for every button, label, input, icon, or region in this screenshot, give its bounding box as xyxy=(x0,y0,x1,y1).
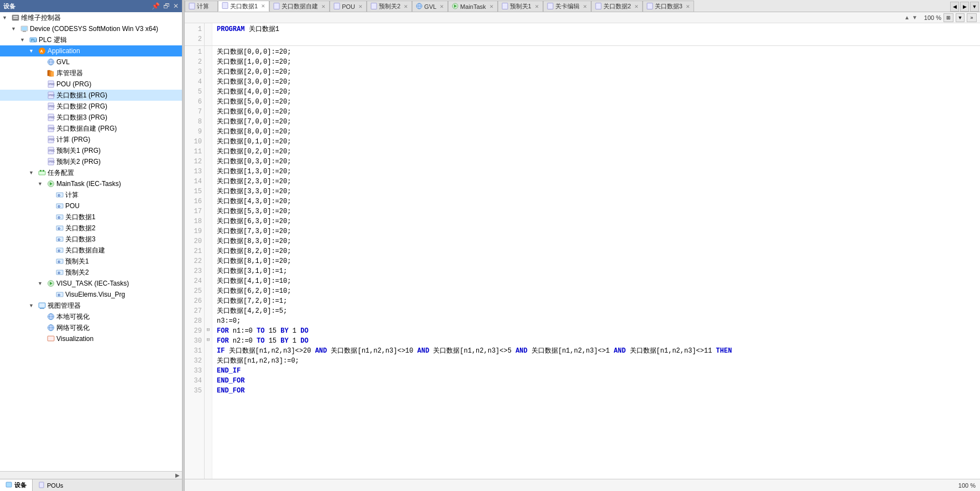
fold-btn-29[interactable]: ⊟ xyxy=(205,325,212,335)
sidebar-item-application[interactable]: ▼ A Application xyxy=(0,45,182,56)
code-scroll-area[interactable]: 1 2 3 4 5 6 7 8 9 10 11 12 13 xyxy=(185,46,980,479)
code-line-22: 关口数据[8,1,0]:=20; xyxy=(217,256,976,266)
sidebar-item-calc[interactable]: PRG 计算 (PRG) xyxy=(0,134,182,145)
sidebar-item-calc-task[interactable]: ⚙ 计算 xyxy=(0,189,182,200)
sidebar-item-pre2[interactable]: PRG 预制关2 (PRG) xyxy=(0,156,182,167)
sidebar-item-pre1-task[interactable]: ⚙ 预制关1 xyxy=(0,256,182,267)
tab-bar: 计算 关口数据1 ✕ 关口数据自建 ✕ xyxy=(185,0,980,12)
svg-text:⚙: ⚙ xyxy=(58,216,60,219)
code-line-4: 关口数据[3,0,0]:=20; xyxy=(217,77,976,87)
sidebar-item-plc[interactable]: ▼ PLC PLC 逻辑 xyxy=(0,34,182,45)
close-icon[interactable]: ✕ xyxy=(173,2,179,10)
zoom-dropdown-btn[interactable]: ▼ xyxy=(956,13,965,22)
tab-gkdata2[interactable]: 关口数据2 ✕ xyxy=(591,1,643,12)
sidebar-item-visualization[interactable]: Visualization xyxy=(0,333,182,344)
sidebar-item-label: 预制关1 xyxy=(65,257,89,266)
sidebar-item-pou-prg[interactable]: PRG POU (PRG) xyxy=(0,79,182,90)
code-content[interactable]: 关口数据[0,0,0]:=20; 关口数据[1,0,0]:=20; 关口数据[2… xyxy=(212,46,980,479)
tab-close-btn[interactable]: ✕ xyxy=(358,4,363,9)
sidebar-item-pre2-task[interactable]: ⚙ 预制关2 xyxy=(0,267,182,278)
tab-scroll-left[interactable]: ◀ xyxy=(950,2,959,12)
sidebar-item-visu-manager[interactable]: ▼ 视图管理器 xyxy=(0,300,182,311)
lib-icon xyxy=(46,69,55,77)
expand-icon: ▼ xyxy=(2,15,11,20)
sidebar-item-visu-task[interactable]: ▼ VISU_TASK (IEC-Tasks) xyxy=(0,278,182,289)
svg-rect-71 xyxy=(222,3,228,9)
tab-close-btn[interactable]: ✕ xyxy=(404,4,408,9)
scroll-down-btn[interactable]: ▼ xyxy=(912,14,918,20)
sidebar-item-gkdatazj[interactable]: PRG 关口数据自建 (PRG) xyxy=(0,123,182,134)
tab-close-btn[interactable]: ✕ xyxy=(583,4,587,9)
sidebar-item-gkdata1[interactable]: PRG 关口数据1 (PRG) xyxy=(0,90,182,101)
sidebar-item-label: 维维子控制器 xyxy=(21,13,61,23)
fold-btn-30[interactable]: ⊟ xyxy=(205,335,212,345)
sidebar-item-device[interactable]: ▼ Device (CODESYS SoftMotion Win V3 x64) xyxy=(0,23,182,34)
sidebar-item-label: 任务配置 xyxy=(48,168,74,178)
tab-gvl[interactable]: GVL ✕ xyxy=(412,1,448,12)
tab-gkdata3[interactable]: 关口数据3 ✕ xyxy=(643,1,694,12)
sidebar-item-label: Application xyxy=(48,47,80,55)
sidebar-item-pou-task[interactable]: ⚙ POU xyxy=(0,200,182,211)
tab-card-edit[interactable]: 关卡编辑 ✕ xyxy=(543,1,591,12)
prg-icon: PRG xyxy=(46,146,55,155)
sidebar-item-gvl[interactable]: GVL xyxy=(0,56,182,68)
task-prg-icon: ⚙ xyxy=(55,190,64,199)
tab-gkdatazj[interactable]: 关口数据自建 ✕ xyxy=(269,1,330,12)
zoom-fit-btn[interactable]: ⊞ xyxy=(943,13,953,22)
tab-maintask[interactable]: MainTask ✕ xyxy=(448,1,497,12)
sidebar-item-gkdata3-task[interactable]: ⚙ 关口数据3 xyxy=(0,234,182,245)
tab-close-btn[interactable]: ✕ xyxy=(686,4,690,9)
expand-icon: ▼ xyxy=(29,170,38,175)
scroll-up-btn[interactable]: ▲ xyxy=(904,14,910,20)
tab-close-btn[interactable]: ✕ xyxy=(535,4,539,9)
sidebar-item-gkdatazj-task[interactable]: ⚙ 关口数据自建 xyxy=(0,245,182,256)
sidebar-tab-devices[interactable]: 设备 xyxy=(0,479,33,491)
sidebar-item-lib[interactable]: 库管理器 xyxy=(0,68,182,79)
tab-pou[interactable]: POU ✕ xyxy=(330,1,367,12)
svg-rect-1 xyxy=(13,16,18,17)
code-line-29: FOR n1:=0 TO 15 BY 1 DO xyxy=(217,326,976,336)
more-btn[interactable]: » xyxy=(967,13,977,22)
tab-close-btn[interactable]: ✕ xyxy=(321,4,326,9)
code-line-2: 关口数据[1,0,0]:=20; xyxy=(217,57,976,67)
float-icon[interactable]: 🗗 xyxy=(163,2,170,10)
svg-rect-34 xyxy=(43,170,44,172)
visu-prg-icon xyxy=(46,334,55,343)
sidebar-item-label: POU xyxy=(65,202,80,210)
tab-close-btn[interactable]: ✕ xyxy=(634,4,639,9)
tab-close-btn[interactable]: ✕ xyxy=(489,4,494,9)
sidebar-item-root[interactable]: ▼ 维维子控制器 xyxy=(0,12,182,23)
sidebar-item-label: Device (CODESYS SoftMotion Win V3 x64) xyxy=(30,25,158,33)
tab-scroll-right[interactable]: ▶ xyxy=(960,2,969,12)
svg-rect-82 xyxy=(596,3,601,9)
sidebar-item-maintask[interactable]: ▼ MainTask (IEC-Tasks) xyxy=(0,178,182,189)
line-numbers: 1 2 3 4 5 6 7 8 9 10 11 12 13 xyxy=(185,46,205,479)
scroll-right-icon[interactable]: ▶ xyxy=(175,472,180,478)
tab-close-btn[interactable]: ✕ xyxy=(440,4,444,9)
header-code[interactable]: PROGRAM 关口数据1 xyxy=(212,23,980,45)
sidebar-item-gkdata3[interactable]: PRG 关口数据3 (PRG) xyxy=(0,112,182,123)
pin-icon[interactable]: 📌 xyxy=(152,2,160,10)
sidebar-hscroll[interactable]: ▶ xyxy=(0,471,182,479)
sidebar-item-net-visu[interactable]: 网络可视化 xyxy=(0,322,182,333)
sidebar-item-gkdata2[interactable]: PRG 关口数据2 (PRG) xyxy=(0,101,182,112)
sidebar-item-gkdata2-task[interactable]: ⚙ 关口数据2 xyxy=(0,223,182,234)
code-line-19: 关口数据[7,3,0]:=20; xyxy=(217,226,976,236)
tab-dropdown[interactable]: ▼ xyxy=(970,2,979,12)
tab-close-btn[interactable]: ✕ xyxy=(261,3,265,9)
sidebar-item-gkdata1-task[interactable]: ⚙ 关口数据1 xyxy=(0,211,182,223)
sidebar-item-visuelem[interactable]: ⚙ VisuElems.Visu_Prg xyxy=(0,289,182,300)
tab-calc[interactable]: 计算 xyxy=(185,1,218,12)
sidebar-item-local-visu[interactable]: 本地可视化 xyxy=(0,311,182,322)
svg-rect-74 xyxy=(371,3,377,9)
tab-preswitch2[interactable]: 预制关2 ✕ xyxy=(367,1,412,12)
code-with-lines: 1 2 3 4 5 6 7 8 9 10 11 12 13 xyxy=(185,46,980,479)
sidebar-tab-pous[interactable]: POUs xyxy=(33,479,69,491)
task-prg-icon: ⚙ xyxy=(55,213,64,221)
code-line-24: 关口数据[4,1,0]:=10; xyxy=(217,276,976,286)
sidebar-item-pre1[interactable]: PRG 预制关1 (PRG) xyxy=(0,145,182,156)
tab-gkdata1[interactable]: 关口数据1 ✕ xyxy=(218,1,269,12)
sidebar-item-task-config[interactable]: ▼ 任务配置 xyxy=(0,167,182,178)
tab-preswitch1[interactable]: 预制关1 ✕ xyxy=(498,1,543,12)
code-line-21: 关口数据[8,2,0]:=20; xyxy=(217,246,976,256)
